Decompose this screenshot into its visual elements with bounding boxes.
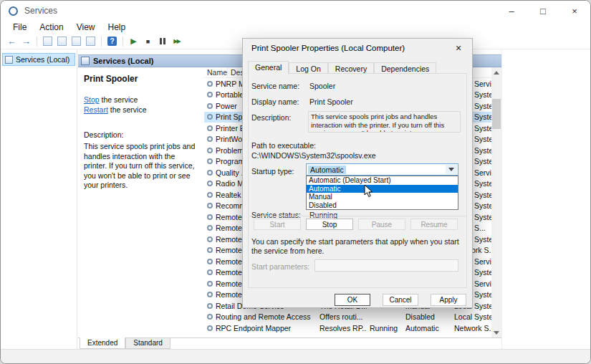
properties-icon[interactable] xyxy=(70,35,82,47)
app-gear-icon xyxy=(9,6,18,16)
dialog-description-label: Description: xyxy=(251,113,291,122)
scrollbar-thumb[interactable] xyxy=(492,99,501,129)
dialog-close-icon[interactable]: × xyxy=(445,39,472,57)
close-button[interactable]: × xyxy=(559,1,590,21)
toolbar-separator xyxy=(37,37,37,47)
service-gear-icon xyxy=(207,136,213,142)
restart-service-icon[interactable]: ▶▶ xyxy=(170,35,183,47)
service-gear-icon xyxy=(207,325,213,331)
console-header-icon xyxy=(81,57,90,65)
service-gear-icon xyxy=(207,81,213,87)
stop-service-icon[interactable]: ■ xyxy=(142,35,154,47)
service-control-button[interactable]: Stop xyxy=(306,219,353,230)
display-name-value: Print Spooler xyxy=(309,97,353,106)
dialog-tab[interactable]: Dependencies xyxy=(374,62,436,74)
pause-service-icon[interactable] xyxy=(156,35,168,47)
service-control-button[interactable]: Pause xyxy=(358,219,405,230)
dialog-button[interactable]: Cancel xyxy=(383,294,418,306)
service-gear-icon xyxy=(207,259,213,264)
scroll-up-icon[interactable] xyxy=(491,67,501,77)
export-list-icon[interactable] xyxy=(56,35,68,47)
menu-item[interactable]: Help xyxy=(102,22,133,32)
tree-item-services-local[interactable]: Services (Local) xyxy=(2,53,75,66)
minimize-button[interactable]: – xyxy=(496,1,527,21)
dropdown-option[interactable]: Automatic (Delayed Start) xyxy=(307,176,458,185)
dialog-button[interactable]: Apply xyxy=(431,294,466,306)
service-control-button[interactable]: Start xyxy=(254,219,301,230)
dialog-tabs: GeneralLog OnRecoveryDependencies xyxy=(248,61,436,74)
service-gear-icon xyxy=(207,269,213,275)
service-gear-icon xyxy=(207,247,213,253)
services-window: Services – □ × FileActionViewHelp ← → ? … xyxy=(0,0,591,364)
service-gear-icon xyxy=(207,281,213,287)
console-header-label: Services (Local) xyxy=(93,57,153,65)
service-name-label: Service name: xyxy=(251,82,299,90)
console-icon xyxy=(5,56,13,64)
display-name-label: Display name: xyxy=(251,97,299,106)
dialog-tab[interactable]: General xyxy=(248,61,289,75)
back-icon[interactable]: ← xyxy=(6,35,18,47)
dialog-tab[interactable]: Recovery xyxy=(328,62,374,74)
dropdown-option[interactable]: Disabled xyxy=(307,201,458,210)
service-gear-icon xyxy=(207,103,213,109)
toolbar-separator xyxy=(122,37,123,47)
stop-service-link[interactable]: Stop xyxy=(84,95,100,104)
dialog-description-text: This service spools print jobs and handl… xyxy=(308,111,461,133)
service-gear-icon xyxy=(207,92,213,97)
service-name-value: Spooler xyxy=(309,82,335,90)
scroll-down-icon[interactable] xyxy=(491,327,501,337)
toolbar-separator xyxy=(101,37,102,47)
menu-item[interactable]: View xyxy=(70,22,102,32)
column-header[interactable]: Name xyxy=(204,67,228,77)
chevron-down-icon[interactable] xyxy=(446,165,457,174)
service-gear-icon xyxy=(207,303,213,309)
console-tree-pane: Services (Local) xyxy=(1,49,77,349)
menu-item[interactable]: File xyxy=(6,22,33,32)
restart-service-link[interactable]: Restart xyxy=(84,105,108,114)
view-tab[interactable]: Extended xyxy=(80,337,125,349)
table-row[interactable]: Routing and Remote Access Offers routi..… xyxy=(204,312,491,323)
service-control-button[interactable]: Resume xyxy=(410,219,458,230)
service-gear-icon xyxy=(207,292,213,297)
selected-service-title: Print Spooler xyxy=(84,74,197,84)
dialog-tab[interactable]: Log On xyxy=(289,62,327,74)
dialog-buttons: OKCancelApply xyxy=(335,294,466,306)
mouse-cursor xyxy=(364,184,373,201)
startup-type-combobox[interactable]: Automatic xyxy=(306,163,458,176)
dialog-separator xyxy=(249,216,466,216)
empty-pane xyxy=(501,49,590,349)
help-icon[interactable]: ? xyxy=(106,35,118,47)
view-tab[interactable]: Standard xyxy=(125,338,170,349)
dropdown-option[interactable]: Automatic xyxy=(307,185,458,193)
table-row[interactable]: RPC Endpoint Mapper Resolves RP... Runni… xyxy=(204,322,491,334)
service-gear-icon xyxy=(207,236,213,242)
startup-type-value: Automatic xyxy=(308,166,346,174)
menu-item[interactable]: Action xyxy=(33,22,69,32)
restart-service-line: Restart the service xyxy=(84,105,197,115)
maximize-button[interactable]: □ xyxy=(527,1,559,21)
window-controls: – □ × xyxy=(496,1,590,21)
dropdown-option[interactable]: Manual xyxy=(307,193,458,201)
service-gear-icon xyxy=(207,125,213,131)
start-parameters-input[interactable] xyxy=(314,259,458,272)
refresh-icon[interactable] xyxy=(85,35,97,47)
dialog-button[interactable]: OK xyxy=(335,294,370,306)
service-gear-icon xyxy=(207,225,213,231)
start-service-icon[interactable]: ▶ xyxy=(128,35,140,47)
print-spooler-properties-dialog: Print Spooler Properties (Local Computer… xyxy=(242,38,473,308)
show-console-tree-icon[interactable] xyxy=(42,35,54,47)
service-gear-icon xyxy=(207,314,213,320)
startup-type-dropdown: Automatic (Delayed Start)AutomaticManual… xyxy=(306,176,458,210)
service-control-buttons: StartStopPauseResume xyxy=(254,219,458,230)
service-gear-icon xyxy=(207,170,213,176)
service-gear-icon xyxy=(207,214,213,220)
stop-service-line: Stop the service xyxy=(84,95,197,105)
forward-icon[interactable]: → xyxy=(20,35,32,47)
dialog-title: Print Spooler Properties (Local Computer… xyxy=(251,44,405,52)
dialog-title-bar: Print Spooler Properties (Local Computer… xyxy=(243,39,472,57)
title-bar: Services – □ × xyxy=(1,1,590,21)
path-to-executable-value: C:\WINDOWS\System32\spoolsv.exe xyxy=(251,151,376,160)
service-gear-icon xyxy=(207,148,213,153)
list-scrollbar[interactable] xyxy=(491,67,501,337)
startup-type-label: Startup type: xyxy=(251,167,294,176)
